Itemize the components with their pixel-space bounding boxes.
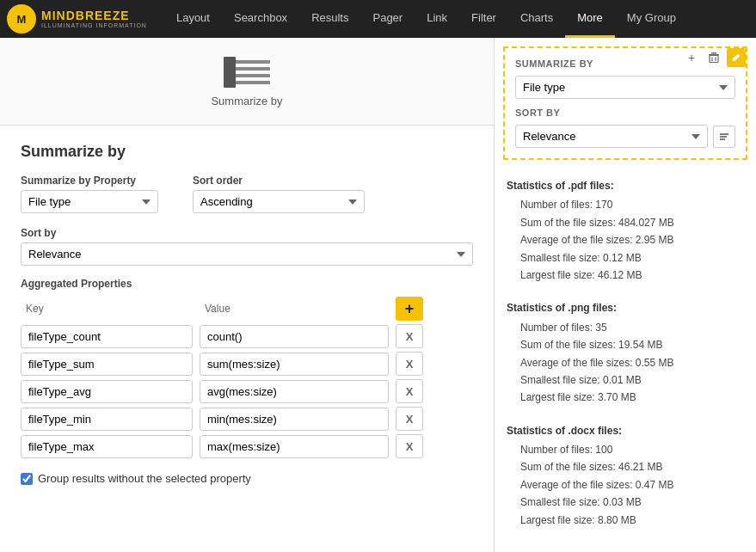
sort-by-label: Sort by	[21, 227, 473, 239]
sort-order-group: Sort order Ascending Descending	[193, 175, 365, 213]
logo-area: M MINDBREEZE ILLUMINATING INFORMATION	[7, 4, 147, 34]
topbar: M MINDBREEZE ILLUMINATING INFORMATION La…	[0, 0, 756, 38]
agg-value-1[interactable]	[200, 325, 389, 348]
stats-ext-pdf: .pdf	[568, 180, 587, 192]
stats-pdf-row-1: Number of files: 170	[507, 196, 744, 213]
svg-rect-7	[710, 56, 718, 63]
config-file-type-select[interactable]: File type	[515, 76, 735, 99]
svg-rect-4	[224, 57, 236, 88]
remove-row-5-button[interactable]: X	[396, 434, 423, 458]
stats-pdf-row-2: Sum of the file sizes: 484.027 MB	[507, 214, 744, 231]
logo-text: MINDBREEZE ILLUMINATING INFORMATION	[41, 9, 147, 28]
tab-link[interactable]: Link	[415, 0, 459, 38]
stats-docx-row-4: Smallest file size: 0.03 MB	[507, 494, 744, 511]
checkbox-row: Group results without the selected prope…	[21, 472, 473, 485]
agg-row-2: X	[21, 352, 473, 376]
agg-label: Aggregated Properties	[21, 278, 473, 290]
stats-title-png: Statistics of .png files:	[507, 299, 744, 316]
stats-pdf-row-4: Smallest file size: 0.12 MB	[507, 249, 744, 267]
stats-title-pdf: Statistics of .pdf files:	[507, 177, 744, 194]
form-row-top: Summarize by Property File type Sort ord…	[21, 175, 473, 213]
stats-group-pdf: Statistics of .pdf files: Number of file…	[507, 177, 744, 284]
sort-order-toggle[interactable]	[713, 126, 735, 148]
stats-png-row-2: Sum of the file sizes: 19.54 MB	[507, 336, 744, 353]
config-sort-label: Sort by	[515, 107, 735, 118]
agg-row-1: X	[21, 324, 473, 348]
stats-png-row-1: Number of files: 35	[507, 319, 744, 336]
right-panel: + SUMMARIZE BY File type	[495, 38, 756, 552]
agg-key-1[interactable]	[21, 325, 193, 348]
tab-layout[interactable]: Layout	[164, 0, 222, 38]
nav-tabs: Layout Searchbox Results Pager Link Filt…	[164, 0, 688, 38]
config-relevance-select[interactable]: Relevance	[515, 125, 708, 148]
agg-key-4[interactable]	[21, 408, 193, 431]
sort-order-select[interactable]: Ascending Descending	[193, 190, 365, 213]
stats-group-png: Statistics of .png files: Number of file…	[507, 299, 744, 406]
agg-value-3[interactable]	[200, 380, 389, 403]
group-results-checkbox[interactable]	[21, 473, 33, 485]
agg-row-4: X	[21, 407, 473, 431]
logo-name: MINDBREEZE	[41, 9, 147, 22]
widget-preview: Summarize by	[0, 38, 494, 126]
main-layout: Summarize by Summarize by Summarize by P…	[0, 38, 756, 552]
stats-docx-row-5: Largest file size: 8.80 MB	[507, 512, 744, 529]
logo-icon: M	[7, 4, 36, 34]
stats-title-docx: Statistics of .docx files:	[507, 422, 744, 439]
stats-ext-png: .png	[568, 302, 589, 314]
agg-header-key: Key	[21, 299, 193, 318]
remove-row-2-button[interactable]: X	[396, 352, 423, 376]
stats-png-row-4: Smallest file size: 0.01 MB	[507, 371, 744, 389]
agg-key-5[interactable]	[21, 435, 193, 458]
add-property-button[interactable]: +	[396, 297, 423, 321]
config-box-toolbar: +	[682, 48, 746, 67]
agg-value-4[interactable]	[200, 408, 389, 431]
tab-searchbox[interactable]: Searchbox	[222, 0, 299, 38]
section-title: Summarize by	[21, 143, 473, 161]
sort-by-select[interactable]: Relevance	[21, 242, 473, 266]
agg-header-row: Key Value +	[21, 297, 473, 321]
stats-pdf-row-3: Average of the file sizes: 2.95 MB	[507, 231, 744, 248]
remove-row-4-button[interactable]: X	[396, 407, 423, 431]
svg-rect-6	[711, 52, 716, 54]
summarize-by-select[interactable]: File type	[21, 190, 158, 213]
delete-tool-button[interactable]	[704, 48, 723, 67]
stats-docx-row-1: Number of files: 100	[507, 441, 744, 458]
agg-value-2[interactable]	[200, 353, 389, 376]
agg-value-5[interactable]	[200, 435, 389, 458]
stats-png-row-3: Average of the file sizes: 0.55 MB	[507, 354, 744, 371]
group-results-label: Group results without the selected prope…	[38, 472, 251, 485]
logo-tagline: ILLUMINATING INFORMATION	[41, 22, 147, 28]
tab-results[interactable]: Results	[299, 0, 360, 38]
agg-header-value: Value	[200, 299, 389, 318]
tab-charts[interactable]: Charts	[508, 0, 565, 38]
tab-mygroup[interactable]: My Group	[615, 0, 688, 38]
stats-docx-row-3: Average of the file sizes: 0.47 MB	[507, 476, 744, 494]
stats-docx-row-2: Sum of the file sizes: 46.21 MB	[507, 458, 744, 475]
agg-table: Key Value + X X	[21, 297, 473, 458]
stats-png-row-5: Largest file size: 3.70 MB	[507, 389, 744, 406]
content-area: Summarize by Summarize by Property File …	[0, 126, 494, 502]
agg-row-3: X	[21, 379, 473, 403]
stats-area: Statistics of .pdf files: Number of file…	[495, 169, 756, 552]
summarize-by-label: Summarize by Property	[21, 175, 158, 187]
remove-row-3-button[interactable]: X	[396, 379, 423, 403]
left-panel: Summarize by Summarize by Summarize by P…	[0, 38, 495, 552]
tab-filter[interactable]: Filter	[459, 0, 508, 38]
agg-key-3[interactable]	[21, 380, 193, 403]
agg-key-2[interactable]	[21, 353, 193, 376]
tab-pager[interactable]: Pager	[360, 0, 415, 38]
sort-row: Relevance	[515, 125, 735, 148]
sort-by-group: Sort by Relevance	[21, 227, 473, 266]
stats-pdf-row-5: Largest file size: 46.12 MB	[507, 267, 744, 284]
add-tool-button[interactable]: +	[682, 48, 701, 67]
widget-label: Summarize by	[211, 95, 282, 107]
stats-group-docx: Statistics of .docx files: Number of fil…	[507, 422, 744, 529]
tab-more[interactable]: More	[565, 0, 615, 38]
widget-icon	[221, 55, 273, 89]
edit-tool-button[interactable]	[727, 48, 746, 67]
stats-ext-docx: .docx	[568, 425, 594, 437]
sort-order-label: Sort order	[193, 175, 365, 187]
summarize-by-group: Summarize by Property File type	[21, 175, 158, 213]
agg-row-5: X	[21, 434, 473, 458]
remove-row-1-button[interactable]: X	[396, 324, 423, 348]
